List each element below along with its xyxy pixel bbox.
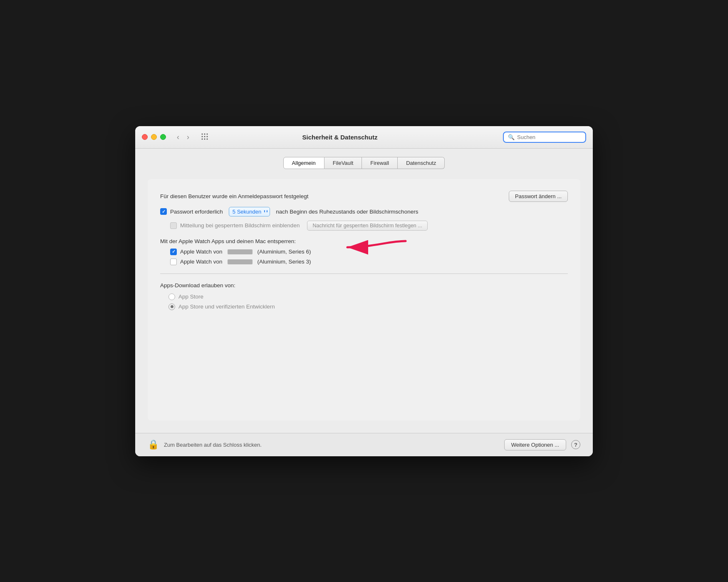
- lock-screen-message-button[interactable]: Nachricht für gesperrten Bildschirm fest…: [307, 221, 427, 231]
- password-required-row: Passwort erforderlich 5 Sekunden nach Be…: [160, 207, 568, 216]
- content-area: Allgemein FileVault Firewall Datenschutz…: [135, 149, 593, 433]
- tab-datenschutz[interactable]: Datenschutz: [398, 157, 445, 169]
- back-button[interactable]: ‹: [174, 132, 182, 142]
- apple-watch-title: Mit der Apple Watch Apps und deinen Mac …: [160, 238, 568, 244]
- radio-app-store[interactable]: [168, 293, 175, 300]
- password-row-text: Für diesen Benutzer wurde ein Anmeldepas…: [160, 193, 308, 199]
- watch2-checkbox[interactable]: [170, 259, 177, 265]
- maximize-button[interactable]: [160, 134, 166, 140]
- apple-watch-section: Mit der Apple Watch Apps und deinen Mac …: [160, 238, 568, 265]
- watch1-name-blur: [228, 249, 253, 254]
- window-title: Sicherheit & Datenschutz: [182, 134, 498, 141]
- watch1-prefix: Apple Watch von: [180, 249, 223, 255]
- password-required-label: Passwort erforderlich: [170, 209, 223, 215]
- apps-download-label: Apps-Download erlauben von:: [160, 282, 568, 289]
- lock-icon: 🔒: [148, 439, 159, 450]
- close-button[interactable]: [142, 134, 148, 140]
- radio-app-store-row: App Store: [160, 293, 568, 300]
- watch1-checkbox[interactable]: [170, 249, 177, 255]
- password-delay-value: 5 Sekunden: [233, 209, 261, 215]
- system-preferences-window: ‹ › Sicherheit & Datenschutz 🔍: [135, 126, 593, 456]
- search-icon: 🔍: [508, 134, 515, 140]
- change-password-button[interactable]: Passwort ändern ...: [509, 191, 568, 202]
- watch2-suffix: (Aluminium, Series 3): [258, 259, 311, 265]
- tab-firewall[interactable]: Firewall: [362, 157, 398, 169]
- password-required-checkbox[interactable]: [160, 208, 167, 215]
- bottom-bar: 🔒 Zum Bearbeiten auf das Schloss klicken…: [135, 433, 593, 456]
- minimize-button[interactable]: [151, 134, 157, 140]
- main-panel: Für diesen Benutzer wurde ein Anmeldepas…: [148, 179, 580, 420]
- lock-screen-label: Mitteilung bei gesperrtem Bildschirm ein…: [180, 222, 300, 229]
- tabs-bar: Allgemein FileVault Firewall Datenschutz: [148, 157, 580, 169]
- titlebar: ‹ › Sicherheit & Datenschutz 🔍: [135, 126, 593, 149]
- search-input[interactable]: [517, 134, 581, 140]
- radio-app-store-label: App Store: [178, 293, 203, 300]
- traffic-lights: [142, 134, 166, 140]
- lock-text: Zum Bearbeiten auf das Schloss klicken.: [164, 442, 499, 448]
- tab-filevault[interactable]: FileVault: [324, 157, 362, 169]
- watch2-name-blur: [228, 259, 253, 264]
- watch2-row: Apple Watch von (Aluminium, Series 3): [160, 259, 568, 265]
- password-delay-select[interactable]: 5 Sekunden: [229, 207, 270, 216]
- watch2-prefix: Apple Watch von: [180, 259, 223, 265]
- watch1-row: Apple Watch von (Aluminium, Series 6): [160, 249, 568, 255]
- watch1-suffix: (Aluminium, Series 6): [258, 249, 311, 255]
- search-box[interactable]: 🔍: [503, 132, 586, 143]
- tab-allgemein[interactable]: Allgemein: [283, 157, 324, 169]
- radio-app-store-verified-row: App Store und verifizierten Entwicklern: [160, 303, 568, 310]
- password-after-text: nach Beginn des Ruhezustands oder Bildsc…: [276, 209, 418, 215]
- password-row: Für diesen Benutzer wurde ein Anmeldepas…: [160, 191, 568, 202]
- help-button[interactable]: ?: [571, 440, 580, 449]
- lock-screen-checkbox[interactable]: [170, 222, 177, 229]
- section-divider: [160, 274, 568, 274]
- lock-screen-row: Mitteilung bei gesperrtem Bildschirm ein…: [170, 221, 568, 231]
- radio-app-store-verified[interactable]: [168, 303, 175, 310]
- radio-app-store-verified-label: App Store und verifizierten Entwicklern: [178, 303, 275, 310]
- more-options-button[interactable]: Weitere Optionen ...: [504, 439, 566, 450]
